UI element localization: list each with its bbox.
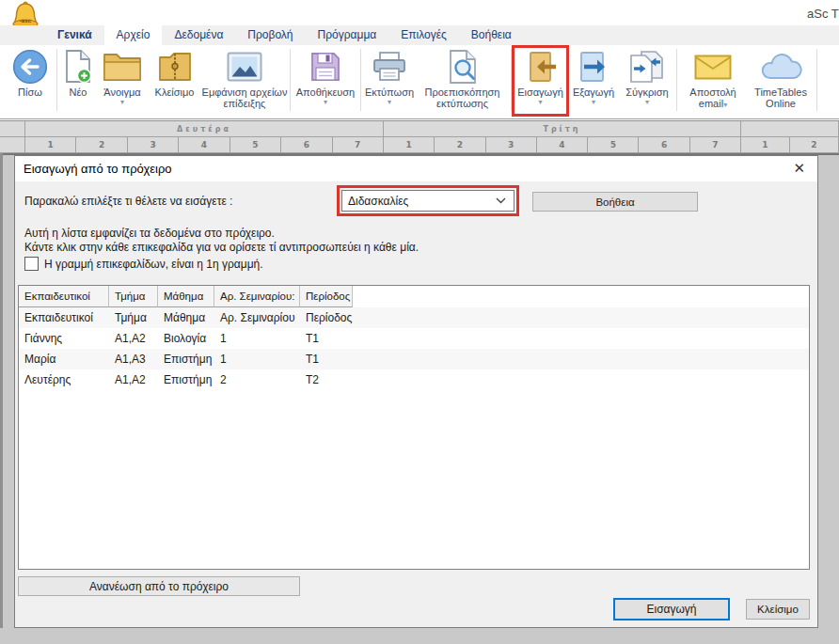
open-dropdown-caret-icon[interactable]: ▾ <box>120 98 124 106</box>
export-button[interactable]: Εξαγωγή ▾ <box>567 47 620 113</box>
cell: Α1,Α3 <box>109 349 158 369</box>
email-envelope-icon <box>694 47 732 86</box>
import-type-select-wrap: Διδασκαλίες <box>337 185 519 216</box>
tab-arxeio[interactable]: Αρχείο <box>104 25 163 45</box>
open-folder-icon <box>103 47 142 86</box>
save-button[interactable]: Αποθήκευση ▾ <box>293 47 358 113</box>
email-dropdown-caret-icon[interactable]: ▾ <box>723 101 727 109</box>
import-dropdown-caret-icon[interactable]: ▾ <box>538 98 542 106</box>
grid-day-tuesday: Τρίτη <box>384 121 741 137</box>
back-button[interactable]: Πίσω <box>6 47 55 113</box>
cell: Επιστήμη <box>158 369 214 390</box>
import-button[interactable]: Εισαγωγή <box>613 598 730 620</box>
grid-period-cell: 7 <box>333 137 384 153</box>
demo-files-button[interactable]: Εμφάνιση αρχείων επίδειξης <box>201 47 288 113</box>
save-dropdown-caret-icon[interactable]: ▾ <box>324 98 327 106</box>
toolbar-divider <box>360 49 361 111</box>
new-label: Νέο <box>70 86 87 98</box>
cell: Τ1 <box>300 349 353 369</box>
grid-period-cell: 6 <box>281 137 332 153</box>
dialog-titlebar[interactable]: Εισαγωγή από το πρόχειρο ✕ <box>15 156 817 181</box>
table-row[interactable]: Λευτέρης Α1,Α2 Επιστήμη 2 Τ2 <box>19 369 809 390</box>
demo-picture-icon <box>227 47 262 86</box>
close-file-button[interactable]: Κλείσιμο <box>148 47 201 113</box>
import-prompt-label: Παρακαλώ επιλέξτε τι θέλετε να εισάγετε … <box>24 195 232 208</box>
table-row[interactable]: Γιάννης Α1,Α2 Βιολογία 1 Τ1 <box>19 328 809 349</box>
new-button[interactable]: Νέο <box>59 47 97 113</box>
tab-provoli[interactable]: Προβολή <box>235 25 305 45</box>
chevron-down-icon <box>496 197 506 204</box>
open-button[interactable]: Άνοιγμα ▾ <box>97 47 148 113</box>
cell: Λευτέρης <box>19 369 109 390</box>
print-preview-button[interactable]: Προεπισκόπηση εκτύπωσης <box>416 47 509 113</box>
tab-dedomena[interactable]: Δεδομένα <box>162 25 235 45</box>
timetables-online-button[interactable]: TimeTables Online <box>747 47 815 113</box>
import-type-select[interactable]: Διδασκαλίες <box>341 190 514 212</box>
cell: Αρ. Σεμιναρίου <box>214 307 300 328</box>
toolbar-divider <box>511 49 512 111</box>
grid-period-cell: 7 <box>690 137 741 153</box>
column-header-teachers[interactable]: Εκπαιδευτικοί <box>19 286 109 307</box>
import-dialog: Εισαγωγή από το πρόχειρο ✕ Παρακαλώ επιλ… <box>14 155 818 628</box>
grid-corner-cell <box>0 121 25 137</box>
clipboard-table-header: Εκπαιδευτικοί Τμήμα Μάθημα Αρ. Σεμιναρίο… <box>19 286 809 307</box>
tab-voithia[interactable]: Βοήθεια <box>459 25 524 45</box>
tab-epiloges[interactable]: Επιλογές <box>388 25 459 45</box>
toolbar-divider <box>56 49 57 111</box>
grid-period-cell: 1 <box>741 137 790 153</box>
send-email-label: Αποστολή email <box>689 86 736 109</box>
tab-programma[interactable]: Πρόγραμμα <box>306 25 389 45</box>
table-row[interactable]: Μαρία Α1,Α3 Επιστήμη 1 Τ1 <box>19 349 809 369</box>
import-toolbar-button[interactable]: Εισαγωγή ▾ <box>514 47 567 113</box>
export-label: Εξαγωγή <box>573 86 614 98</box>
table-row[interactable]: Εκπαιδευτικοί Τμήμα Μάθημα Αρ. Σεμιναρίο… <box>19 307 809 328</box>
export-dropdown-caret-icon[interactable]: ▾ <box>592 98 595 106</box>
refresh-from-clipboard-button[interactable]: Ανανέωση από το πρόχειρο <box>18 576 300 596</box>
column-header-filler <box>353 286 809 307</box>
toolbar-divider <box>816 49 817 111</box>
column-header-subject[interactable]: Μάθημα <box>158 286 214 307</box>
compare-dropdown-caret-icon[interactable]: ▾ <box>645 98 649 106</box>
column-header-seminar[interactable]: Αρ. Σεμιναρίου: <box>214 286 300 307</box>
cell: Α1,Α2 <box>109 369 158 390</box>
grid-period-cell: 5 <box>588 137 639 153</box>
column-header-class[interactable]: Τμήμα <box>109 286 158 307</box>
grid-period-cell: 3 <box>486 137 537 153</box>
print-button[interactable]: Εκτύπωση ▾ <box>363 47 416 113</box>
timetables-online-label: TimeTables Online <box>754 86 807 109</box>
cell: 1 <box>214 349 300 369</box>
grid-corner-cell <box>0 137 25 153</box>
timetable-grid: Δευτέρα Τρίτη 1 2 3 4 5 6 7 1 2 3 4 5 6 <box>0 120 839 155</box>
column-header-period[interactable]: Περίοδος <box>300 286 353 307</box>
print-preview-icon <box>447 47 479 86</box>
print-label: Εκτύπωση <box>365 86 414 98</box>
close-button[interactable]: Κλείσιμο <box>746 599 810 620</box>
grid-day-next <box>741 121 839 137</box>
grid-day-monday: Δευτέρα <box>25 121 384 137</box>
header-row-checkbox[interactable] <box>24 257 39 271</box>
compare-button[interactable]: Σύγκριση ▾ <box>620 47 674 113</box>
help-button[interactable]: Βοήθεια <box>532 192 698 212</box>
cell: Μαρία <box>19 349 109 369</box>
window-title: aSc T <box>807 7 839 21</box>
toolbar: Πίσω Νέο Άνοιγμα ▾ <box>0 45 839 119</box>
import-toolbar-label: Εισαγωγή <box>517 86 563 98</box>
cell: Επιστήμη <box>158 349 214 369</box>
tab-genika[interactable]: Γενικά <box>45 25 104 45</box>
save-label: Αποθήκευση <box>296 86 355 98</box>
print-dropdown-caret-icon[interactable]: ▾ <box>388 98 391 106</box>
svg-text:-asc: -asc <box>20 17 32 24</box>
grid-period-cell: 2 <box>435 137 485 153</box>
close-icon[interactable]: ✕ <box>790 160 808 177</box>
titlebar: -asc aSc T <box>0 0 839 25</box>
cell: Τ1 <box>300 328 353 349</box>
send-email-button[interactable]: Αποστολή email▾ <box>679 47 747 113</box>
print-preview-label: Προεπισκόπηση εκτύπωσης <box>425 86 500 109</box>
grid-period-cell: 1 <box>384 137 435 153</box>
dialog-title: Εισαγωγή από το πρόχειρο <box>24 162 172 176</box>
grid-period-cell: 1 <box>25 137 76 153</box>
open-label: Άνοιγμα <box>103 86 140 98</box>
cell: Εκπαιδευτικοί <box>19 307 109 328</box>
zip-folder-icon <box>157 47 193 86</box>
grid-period-cell: 6 <box>639 137 689 153</box>
